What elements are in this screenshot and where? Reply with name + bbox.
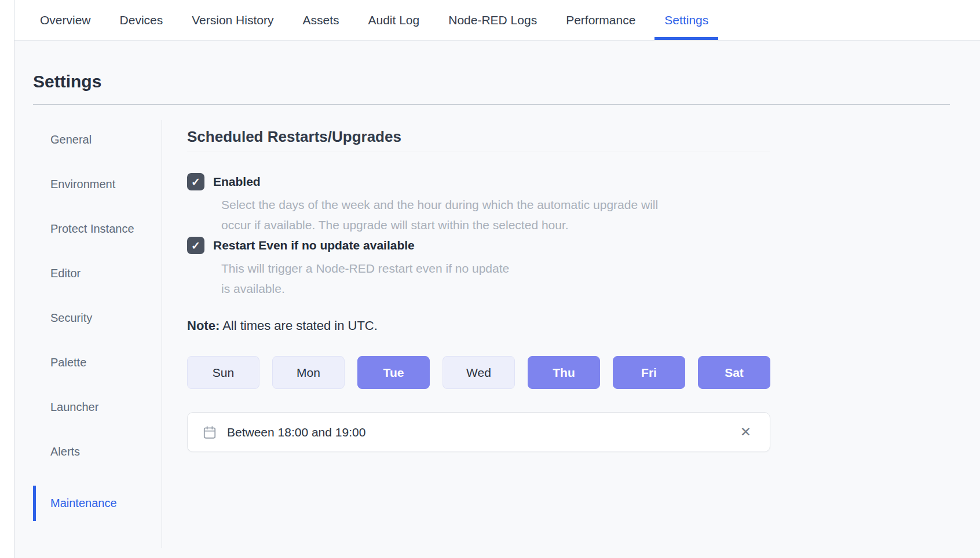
checkmark-icon: ✓ — [191, 177, 200, 188]
sidebar-item-general[interactable]: General — [33, 129, 162, 150]
settings-sidebar: GeneralEnvironmentProtect InstanceEditor… — [33, 120, 162, 548]
day-button-wed[interactable]: Wed — [443, 356, 515, 389]
enabled-label: Enabled — [213, 175, 261, 189]
time-range-value: Between 18:00 and 19:00 — [227, 425, 365, 439]
day-button-sat[interactable]: Sat — [698, 356, 770, 389]
instance-tab-bar: OverviewDevicesVersion HistoryAssetsAudi… — [0, 0, 980, 41]
nav-tab-audit-log[interactable]: Audit Log — [358, 0, 429, 40]
enabled-description: Select the days of the week and the hour… — [221, 194, 770, 235]
day-button-fri[interactable]: Fri — [613, 356, 685, 389]
section-title: Scheduled Restarts/Upgrades — [187, 120, 770, 152]
sidebar-item-alerts[interactable]: Alerts — [33, 441, 162, 462]
nav-tab-version-history[interactable]: Version History — [182, 0, 283, 40]
calendar-icon — [202, 425, 217, 440]
nav-tab-assets[interactable]: Assets — [292, 0, 349, 40]
enabled-option: ✓ Enabled Select the days of the week an… — [187, 173, 770, 235]
restart-checkbox[interactable]: ✓ — [187, 237, 204, 254]
title-divider — [33, 104, 950, 105]
nav-tab-overview[interactable]: Overview — [30, 0, 101, 40]
clear-time-icon[interactable]: ✕ — [738, 423, 754, 441]
sidebar-item-maintenance[interactable]: Maintenance — [33, 486, 162, 521]
maintenance-panel: Scheduled Restarts/Upgrades ✓ Enabled Se… — [162, 120, 950, 548]
nav-tab-performance[interactable]: Performance — [556, 0, 645, 40]
note-text: All times are stated in UTC. — [222, 318, 378, 333]
time-range-picker[interactable]: Between 18:00 and 19:00 ✕ — [187, 412, 770, 452]
day-button-mon[interactable]: Mon — [272, 356, 345, 389]
checkmark-icon: ✓ — [191, 240, 200, 251]
enabled-checkbox[interactable]: ✓ — [187, 173, 204, 190]
note-label: Note: — [187, 318, 220, 333]
day-button-sun[interactable]: Sun — [187, 356, 259, 389]
sidebar-item-launcher[interactable]: Launcher — [33, 397, 162, 418]
utc-note: Note: All times are stated in UTC. — [187, 317, 770, 335]
sidebar-item-environment[interactable]: Environment — [33, 174, 162, 195]
nav-tab-devices[interactable]: Devices — [110, 0, 173, 40]
settings-page: Settings GeneralEnvironmentProtect Insta… — [0, 41, 980, 558]
sidebar-item-editor[interactable]: Editor — [33, 263, 162, 284]
restart-option: ✓ Restart Even if no update available Th… — [187, 237, 770, 299]
sidebar-item-security[interactable]: Security — [33, 307, 162, 329]
sidebar-item-palette[interactable]: Palette — [33, 352, 162, 373]
restart-description: This will trigger a Node-RED restart eve… — [221, 258, 770, 299]
app-left-border — [0, 0, 14, 558]
day-button-tue[interactable]: Tue — [357, 356, 430, 389]
day-selector: SunMonTueWedThuFriSat — [187, 356, 770, 389]
nav-tab-node-red-logs[interactable]: Node-RED Logs — [438, 0, 547, 40]
restart-label: Restart Even if no update available — [213, 238, 415, 252]
sidebar-item-protect-instance[interactable]: Protect Instance — [33, 218, 162, 240]
day-button-thu[interactable]: Thu — [528, 356, 600, 389]
nav-tab-settings[interactable]: Settings — [654, 0, 718, 40]
page-title: Settings — [33, 68, 950, 94]
